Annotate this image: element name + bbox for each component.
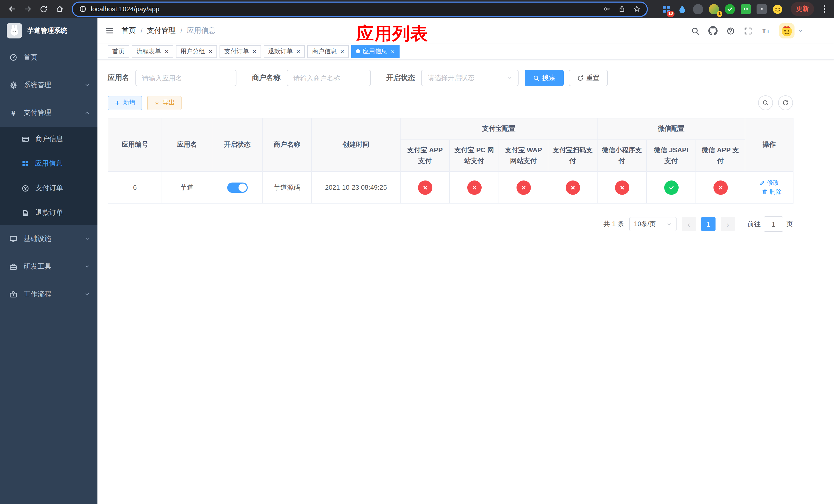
tab-app-info[interactable]: 应用信息 [351,45,399,58]
extensions-row: 10 1 [661,3,783,15]
site-info-icon[interactable] [79,5,87,13]
refresh-table-button[interactable] [778,95,793,110]
browser-menu-icon[interactable] [820,5,829,13]
share-icon[interactable] [618,5,626,13]
sidebar-item-dev-tools[interactable]: 研发工具 [0,253,97,280]
add-button[interactable]: 新增 [108,96,142,110]
search-button[interactable]: 搜索 [525,70,564,86]
browser-update-button[interactable]: 更新 [791,2,814,16]
tab-payment-orders[interactable]: 支付订单 [220,45,261,58]
extension-puzzle-icon[interactable] [756,3,767,15]
channel-status-icon [418,181,432,195]
fullscreen-icon[interactable] [744,26,752,35]
avatar[interactable] [779,23,794,39]
edit-link[interactable]: 修改 [759,179,779,187]
page-suffix: 页 [786,220,793,229]
tabs-bar: 首页 流程表单 用户分组 支付订单 退款订单 商户信息 应用信息 [97,44,834,60]
col-alipay-pc: 支付宝 PC 网站支付 [449,140,499,172]
close-icon[interactable] [340,48,344,54]
extension-grid-icon[interactable]: 10 [661,3,672,15]
tab-user-group[interactable]: 用户分组 [176,45,217,58]
chevron-down-icon [84,291,90,297]
breadcrumb: 首页 支付管理 应用信息 [122,26,216,36]
delete-link[interactable]: 删除 [762,188,782,197]
tab-refund-orders[interactable]: 退款订单 [264,45,305,58]
status-toggle[interactable] [227,183,247,193]
breadcrumb-payment[interactable]: 支付管理 [147,26,176,36]
goto-page-input[interactable] [764,216,783,232]
col-alipay-wap: 支付宝 WAP 网站支付 [499,140,548,172]
bookmark-star-icon[interactable] [633,5,641,13]
close-icon[interactable] [208,48,212,54]
app-name-input[interactable] [135,70,237,86]
tab-home[interactable]: 首页 [108,45,129,58]
cell-app-name: 芋道 [162,172,212,204]
red-annotation-text: 应用列表 [356,22,428,46]
goto-label: 前往 [747,220,761,229]
channel-status-icon [566,181,580,195]
export-button[interactable]: 导出 [147,96,181,110]
reset-button[interactable]: 重置 [569,70,608,86]
sidebar-item-payment[interactable]: ¥ 支付管理 [0,99,97,127]
sidebar-fold-icon[interactable] [105,26,114,36]
sidebar-item-merchant-info[interactable]: 商户信息 [0,127,97,151]
screen: localhost:1024/pay/app 10 1 [0,0,834,504]
search-icon[interactable] [691,26,700,35]
group-alipay-config: 支付宝配置 [400,118,597,140]
close-icon[interactable] [164,48,169,54]
col-alipay-app: 支付宝 APP 支付 [400,140,449,172]
trash-icon [762,189,768,195]
sidebar-item-payment-orders[interactable]: 支付订单 [0,176,97,201]
extension-chat-icon[interactable] [740,3,751,15]
extension-emoji-icon[interactable] [772,3,783,15]
browser-back-button[interactable] [5,2,19,16]
sidebar-item-refund-orders[interactable]: 退款订单 [0,201,97,225]
password-key-icon[interactable] [603,5,611,13]
sidebar-item-workflow[interactable]: 工作流程 [0,280,97,308]
merchant-name-input[interactable] [287,70,371,86]
chevron-down-icon [507,75,513,81]
font-size-icon[interactable] [761,26,770,36]
extension-drop-icon[interactable] [677,3,688,15]
page-content: 应用名 商户名称 开启状态 请选择开启状态 搜索 重置 [97,60,793,232]
toggle-search-button[interactable] [758,95,773,110]
help-icon[interactable] [726,26,735,35]
sidebar-item-infrastructure[interactable]: 基础设施 [0,225,97,253]
user-menu[interactable] [779,23,803,39]
status-select[interactable]: 请选择开启状态 [421,70,519,86]
close-icon[interactable] [391,48,395,54]
page-size-select[interactable]: 10条/页 [629,217,677,231]
breadcrumb-app-info: 应用信息 [187,26,216,36]
col-wechat-jsapi: 微信 JSAPI 支付 [646,140,696,172]
tab-merchant-info[interactable]: 商户信息 [307,45,349,58]
col-app-id: 应用编号 [108,118,162,172]
yen-icon: ¥ [9,109,18,117]
close-icon[interactable] [253,48,256,54]
tab-process-form[interactable]: 流程表单 [132,45,173,58]
next-page-button[interactable] [721,217,735,231]
extension-avatar-icon[interactable]: 1 [708,3,720,15]
sidebar-item-home[interactable]: 首页 [0,44,97,71]
channel-status-icon [713,181,728,195]
extension-green-check-icon[interactable] [724,3,736,15]
filter-form: 应用名 商户名称 开启状态 请选择开启状态 搜索 重置 [108,70,793,86]
sidebar-item-system[interactable]: 系统管理 [0,71,97,99]
address-bar[interactable]: localhost:1024/pay/app [72,1,648,17]
page-number-1[interactable]: 1 [701,217,716,231]
chevron-down-icon [84,82,90,88]
col-wechat-mini: 微信小程序支付 [597,140,646,172]
browser-forward-button[interactable] [21,2,35,16]
prev-page-button[interactable] [682,217,696,231]
group-wechat-config: 微信配置 [597,118,745,140]
extension-dark-circle-icon[interactable] [693,3,704,15]
browser-home-button[interactable] [53,2,66,16]
logo-avatar [7,23,22,39]
close-icon[interactable] [297,48,300,54]
url-text[interactable]: localhost:1024/pay/app [91,5,159,13]
breadcrumb-home[interactable]: 首页 [122,26,136,36]
sidebar-item-app-info[interactable]: 应用信息 [0,151,97,176]
chevron-down-icon [84,236,90,242]
browser-reload-button[interactable] [37,2,50,16]
github-icon[interactable] [708,26,718,36]
chevron-up-icon [84,110,90,116]
